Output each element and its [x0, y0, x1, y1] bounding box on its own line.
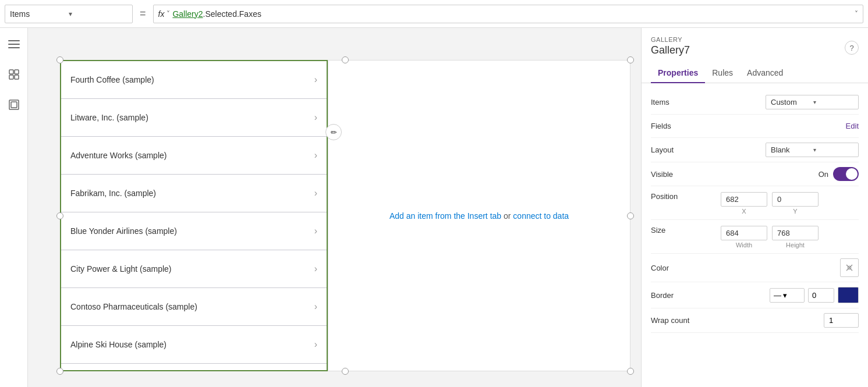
canvas-area[interactable]: Fourth Coffee (sample) › Litware, Inc. (… — [28, 28, 641, 387]
tab-properties[interactable]: Properties — [651, 63, 705, 83]
sidebar-item-hamburger[interactable] — [5, 35, 23, 54]
border-controls: — ▾ — [770, 287, 859, 303]
border-thickness-input[interactable] — [808, 288, 834, 303]
main-area: Fourth Coffee (sample) › Litware, Inc. (… — [0, 28, 868, 387]
chevron-right-3: › — [314, 188, 317, 198]
insert-tab-link[interactable]: Add an item from the Insert tab — [389, 211, 501, 221]
wrap-count-control — [721, 313, 859, 328]
position-x-input[interactable] — [721, 192, 767, 207]
items-dropdown-chevron: ▾ — [69, 10, 127, 18]
visible-toggle[interactable] — [833, 167, 859, 181]
tab-advanced[interactable]: Advanced — [740, 63, 790, 83]
xy-inputs — [721, 192, 859, 207]
handle-bottom-mid[interactable] — [342, 368, 349, 375]
panel-row-layout: Layout Blank ▾ — [651, 138, 859, 162]
toggle-on-label: On — [819, 170, 828, 179]
connect-data-link[interactable]: connect to data — [513, 211, 569, 221]
panel-row-color: Color — [651, 254, 859, 282]
items-value-dropdown[interactable]: Custom ▾ — [766, 95, 859, 109]
handle-bottom-right[interactable] — [627, 368, 634, 375]
size-control: Width Height — [721, 226, 859, 248]
formula-display: Gallery2.Selected.Faxes — [172, 9, 261, 19]
size-height-input[interactable] — [772, 226, 819, 240]
fields-label: Fields — [651, 122, 721, 130]
edit-pencil-button[interactable]: ✏ — [325, 124, 342, 140]
chevron-right-1: › — [314, 112, 317, 123]
or-separator: or — [504, 211, 513, 221]
gallery-item-name-4: Blue Yonder Airlines (sample) — [70, 226, 314, 236]
panel-gallery-name: Gallery7 — [651, 44, 690, 56]
x-col — [721, 192, 767, 207]
layers-icon — [8, 69, 20, 80]
gallery-item-2[interactable]: Adventure Works (sample) › — [61, 137, 327, 175]
items-label: Items — [651, 98, 721, 106]
panel-header: GALLERY Gallery7 ? — [642, 28, 868, 59]
height-col — [772, 226, 819, 240]
layout-label: Layout — [651, 145, 721, 154]
chevron-right-0: › — [314, 74, 317, 85]
position-y-input[interactable] — [772, 192, 819, 207]
width-label: Width — [721, 242, 767, 248]
svg-rect-1 — [8, 44, 20, 45]
items-dropdown[interactable]: Items ▾ — [5, 5, 133, 23]
fx-expand-chevron[interactable]: ˅ — [855, 10, 858, 18]
y-label: Y — [772, 208, 819, 215]
gallery-item-4[interactable]: Blue Yonder Airlines (sample) › — [61, 212, 327, 250]
gallery-item-6[interactable]: Contoso Pharmaceuticals (sample) › — [61, 288, 327, 326]
help-icon[interactable]: ? — [845, 41, 859, 55]
panel-row-fields: Fields Edit — [651, 115, 859, 138]
svg-rect-2 — [8, 47, 20, 48]
gallery-item-name-6: Contoso Pharmaceuticals (sample) — [70, 302, 314, 311]
panel-header-row: GALLERY Gallery7 ? — [651, 36, 859, 56]
layout-chev: ▾ — [813, 147, 853, 153]
handle-top-left[interactable] — [56, 56, 63, 63]
items-dropdown-value: Custom — [771, 98, 811, 106]
gallery-item-5[interactable]: City Power & Light (sample) › — [61, 250, 327, 288]
border-style-dropdown[interactable]: — ▾ — [770, 288, 805, 303]
border-color-swatch[interactable] — [838, 287, 859, 303]
fields-edit-link[interactable]: Edit — [846, 122, 859, 130]
svg-rect-4 — [15, 70, 19, 74]
gallery-item-3[interactable]: Fabrikam, Inc. (sample) › — [61, 175, 327, 212]
gallery-item-0[interactable]: Fourth Coffee (sample) › — [61, 61, 327, 99]
tab-rules[interactable]: Rules — [705, 63, 740, 83]
gallery-item-name-1: Litware, Inc. (sample) — [70, 113, 314, 122]
sidebar-item-components[interactable] — [5, 95, 23, 114]
wrap-count-label: Wrap count — [651, 316, 721, 325]
x-label: X — [721, 208, 767, 215]
panel-row-wrap-count: Wrap count — [651, 308, 859, 333]
wh-inputs — [721, 226, 859, 240]
wrap-count-input[interactable] — [824, 313, 859, 328]
svg-rect-5 — [9, 75, 13, 79]
border-style-chev: ▾ — [783, 291, 787, 300]
panel-section-label: GALLERY — [651, 36, 690, 43]
chevron-right-4: › — [314, 226, 317, 236]
panel-row-size: Size Width Height — [651, 220, 859, 254]
handle-bottom-left[interactable] — [56, 368, 63, 375]
handle-top-right[interactable] — [627, 56, 634, 63]
handle-mid-right[interactable] — [627, 212, 634, 219]
panel-row-border: Border — ▾ — [651, 282, 859, 308]
gallery-item-7[interactable]: Alpine Ski House (sample) › — [61, 326, 327, 364]
components-icon — [8, 99, 20, 111]
color-label: Color — [651, 264, 721, 272]
xy-labels: X Y — [721, 208, 859, 215]
properties-panel: GALLERY Gallery7 ? Properties Rules Adva… — [641, 28, 868, 387]
gallery-list: Fourth Coffee (sample) › Litware, Inc. (… — [60, 60, 328, 371]
chevron-right-6: › — [314, 301, 317, 312]
handle-top-mid[interactable] — [342, 56, 349, 63]
formula-bar[interactable]: fx ˅ Gallery2.Selected.Faxes ˅ — [153, 5, 863, 23]
visible-label: Visible — [651, 170, 721, 179]
gallery-item-name-0: Fourth Coffee (sample) — [70, 75, 314, 84]
color-swatch[interactable] — [840, 258, 859, 277]
size-width-input[interactable] — [721, 226, 767, 240]
chevron-right-2: › — [314, 150, 317, 161]
sidebar-item-layers[interactable] — [5, 65, 23, 84]
handle-mid-left[interactable] — [56, 212, 63, 219]
panel-row-position: Position X Y — [651, 186, 859, 220]
items-dropdown-chev: ▾ — [813, 99, 853, 105]
top-bar: Items ▾ = fx ˅ Gallery2.Selected.Faxes ˅ — [0, 0, 868, 28]
gallery-item-name-5: City Power & Light (sample) — [70, 264, 314, 274]
gallery-item-1[interactable]: Litware, Inc. (sample) › — [61, 99, 327, 137]
layout-dropdown[interactable]: Blank ▾ — [766, 143, 859, 157]
